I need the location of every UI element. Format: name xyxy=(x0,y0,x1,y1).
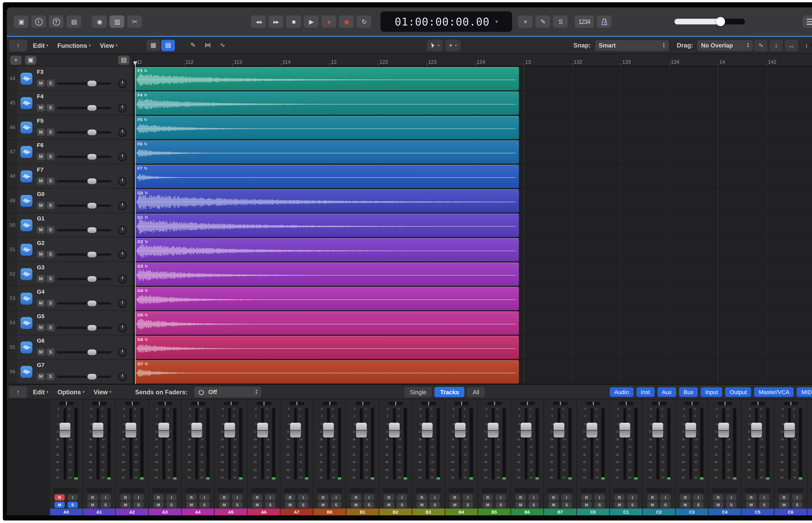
region-g7[interactable]: G7↻ xyxy=(135,360,519,383)
mixer-icon[interactable]: ▥ xyxy=(110,15,125,28)
solo-button[interactable]: S xyxy=(265,502,276,508)
input-monitor-button[interactable]: I xyxy=(562,494,572,501)
region-f4[interactable]: F4↻ xyxy=(135,91,519,115)
mute-button[interactable]: M xyxy=(515,502,526,508)
record-arm-button[interactable]: R xyxy=(450,494,460,501)
channel-fader[interactable] xyxy=(653,423,663,437)
channel-strip-b5[interactable]: 6061218243040506060612182430405060RIMSB5 xyxy=(478,399,511,516)
region-g2[interactable]: G2↻ xyxy=(135,238,519,262)
solo-button[interactable]: S xyxy=(46,202,55,209)
chevron-down-icon[interactable]: ▾ xyxy=(495,19,498,24)
smart-controls-icon[interactable]: ◉ xyxy=(92,15,107,28)
solo-button[interactable]: S xyxy=(68,502,78,508)
track-volume-slider[interactable] xyxy=(57,252,111,257)
input-monitor-button[interactable]: I xyxy=(430,494,440,501)
solo-button[interactable]: S xyxy=(331,502,341,508)
solo-button[interactable]: S xyxy=(759,502,769,508)
slider-thumb[interactable] xyxy=(87,80,96,86)
track-row-50[interactable]: 50G1MS xyxy=(7,213,133,237)
input-monitor-button[interactable]: I xyxy=(68,494,78,501)
input-monitor-button[interactable]: I xyxy=(496,494,506,501)
mute-button[interactable]: M xyxy=(483,502,493,508)
record-arm-button[interactable]: R xyxy=(713,494,723,501)
channel-fader[interactable] xyxy=(191,423,202,437)
input-monitor-button[interactable]: I xyxy=(232,494,243,501)
lanes[interactable]: F3↻F4↻F5↻F6↻F7↻G0↻G1↻G2↻G3↻G4↻G5↻G6↻G7↻ xyxy=(133,67,812,384)
channel-fader[interactable] xyxy=(751,423,762,437)
record-arm-button[interactable]: R xyxy=(417,494,427,501)
horizontal-auto-zoom-icon[interactable]: ↔ xyxy=(785,39,798,51)
filter-output[interactable]: Output xyxy=(725,387,751,397)
record-arm-button[interactable]: R xyxy=(483,494,493,501)
channel-fader[interactable] xyxy=(521,423,531,437)
track-row-46[interactable]: 46F5MS xyxy=(7,115,133,140)
solo-button[interactable]: S xyxy=(46,226,55,233)
crossfade-icon[interactable]: ⋈ xyxy=(201,39,215,51)
mute-button[interactable]: M xyxy=(37,348,45,356)
record-arm-button[interactable]: R xyxy=(515,494,526,501)
filter-bus[interactable]: Bus xyxy=(679,387,698,397)
channel-fader[interactable] xyxy=(422,423,433,437)
inspector-icon[interactable]: i xyxy=(31,15,46,28)
pan-knob[interactable] xyxy=(118,275,127,284)
input-monitor-button[interactable]: I xyxy=(397,494,407,501)
channel-strip-b1[interactable]: 6061218243040506060612182430405060RIMSB1 xyxy=(346,399,379,516)
filter-input[interactable]: Input xyxy=(701,387,722,397)
slider-thumb[interactable] xyxy=(87,154,96,160)
solo-button[interactable]: S xyxy=(46,177,55,185)
record-arm-button[interactable]: R xyxy=(219,494,229,501)
solo-button[interactable]: S xyxy=(693,502,703,508)
pan-control[interactable] xyxy=(487,402,502,405)
mute-button[interactable]: M xyxy=(120,502,131,508)
input-monitor-button[interactable]: I xyxy=(298,494,308,501)
solo-button[interactable]: S xyxy=(792,502,802,508)
track-volume-slider[interactable] xyxy=(57,154,111,160)
scope-all[interactable]: All xyxy=(467,386,485,397)
mute-button[interactable]: M xyxy=(252,502,262,508)
solo-button[interactable]: S xyxy=(364,502,374,508)
mute-button[interactable]: M xyxy=(55,502,65,508)
pan-control[interactable] xyxy=(750,402,765,405)
solo-button[interactable]: S xyxy=(430,502,440,508)
filter-inst[interactable]: Inst xyxy=(636,387,655,397)
input-monitor-button[interactable]: I xyxy=(166,494,176,501)
vertical-zoom-slider[interactable]: ↕ xyxy=(805,42,812,48)
toolbar-icon[interactable]: ▤ xyxy=(67,15,81,28)
solo-button[interactable]: S xyxy=(46,128,55,136)
mute-button[interactable]: M xyxy=(37,177,45,185)
solo-button[interactable]: S xyxy=(46,348,55,356)
pan-knob[interactable] xyxy=(118,226,127,235)
mute-button[interactable]: M xyxy=(680,502,691,508)
slider-thumb[interactable] xyxy=(87,276,96,282)
region-f7[interactable]: F7↻ xyxy=(135,165,519,188)
pan-control[interactable] xyxy=(125,402,139,405)
regions-view-icon[interactable]: ▤ xyxy=(161,39,175,51)
pan-control[interactable] xyxy=(652,402,666,405)
channel-strip-c4[interactable]: 6061218243040506060612182430405060RIMSC4 xyxy=(709,399,741,516)
menu-functions[interactable]: Functions▾ xyxy=(57,42,91,49)
input-monitor-button[interactable]: I xyxy=(364,494,374,501)
record-arm-button[interactable]: R xyxy=(318,494,328,501)
master-volume-slider[interactable] xyxy=(675,19,745,24)
channel-fader[interactable] xyxy=(718,423,729,437)
mute-button[interactable]: M xyxy=(647,502,658,508)
autopunch-button[interactable]: ✎ xyxy=(535,15,550,28)
track-row-48[interactable]: 48F7MS xyxy=(7,164,133,188)
mute-button[interactable]: M xyxy=(779,502,789,508)
input-monitor-button[interactable]: I xyxy=(792,494,802,501)
pan-knob[interactable] xyxy=(118,104,127,112)
track-row-56[interactable]: 56G7MS xyxy=(7,360,133,384)
capture-record-button[interactable]: ◉ xyxy=(339,15,354,28)
mute-button[interactable]: M xyxy=(746,502,756,508)
menu-edit[interactable]: Edit▾ xyxy=(33,42,49,49)
scope-tracks[interactable]: Tracks xyxy=(434,386,465,397)
mute-button[interactable]: M xyxy=(450,502,460,508)
channel-fader[interactable] xyxy=(784,423,795,437)
pan-knob[interactable] xyxy=(118,202,127,210)
channel-fader[interactable] xyxy=(290,423,301,437)
slider-thumb[interactable] xyxy=(87,374,96,379)
record-arm-button[interactable]: R xyxy=(581,494,592,501)
track-row-53[interactable]: 53G4MS xyxy=(7,286,133,311)
solo-button[interactable]: S xyxy=(496,502,506,508)
channel-fader[interactable] xyxy=(224,423,235,437)
